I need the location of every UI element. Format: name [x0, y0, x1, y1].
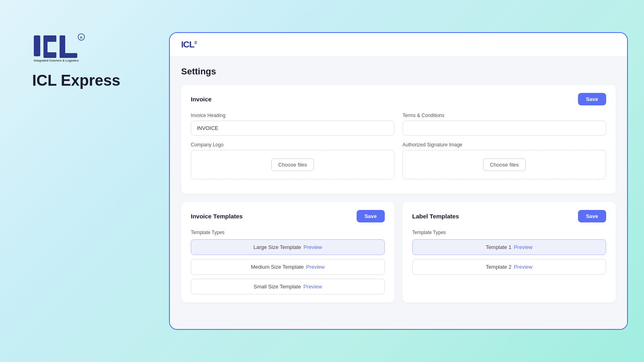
terms-input[interactable]	[402, 121, 606, 136]
invoice-template-small-name: Small Size Template	[254, 284, 301, 290]
invoice-heading-group: Invoice Heading	[191, 113, 394, 136]
terms-group: Terms & Conditions	[402, 113, 606, 136]
company-logo-upload-area: Choose files	[191, 150, 394, 179]
invoice-form-row-1: Invoice Heading Terms & Conditions	[191, 113, 606, 136]
panel-logo: ICL®	[181, 39, 616, 50]
invoice-templates-title: Invoice Templates	[191, 213, 243, 220]
company-logo-label: Company Logo	[191, 142, 394, 148]
label-template-1[interactable]: Template 1 Preview	[412, 239, 606, 255]
invoice-heading-input[interactable]	[191, 121, 394, 136]
auth-signature-label: Authorized Signature Image	[402, 142, 606, 148]
invoice-section-title: Invoice	[191, 96, 212, 103]
invoice-template-medium-name: Medium Size Template	[251, 264, 303, 270]
invoice-template-small[interactable]: Small Size Template Preview	[191, 279, 385, 294]
label-templates-header: Label Templates Save	[412, 210, 606, 222]
invoice-template-large[interactable]: Large Size Template Preview	[191, 239, 385, 255]
label-template-2-preview-link[interactable]: Preview	[514, 264, 533, 270]
svg-rect-3	[60, 53, 77, 58]
invoice-save-button[interactable]: Save	[578, 93, 606, 105]
invoice-form-row-2: Company Logo Choose files Authorized Sig…	[191, 142, 606, 179]
label-template-1-preview-link[interactable]: Preview	[514, 244, 533, 250]
auth-signature-group: Authorized Signature Image Choose files	[402, 142, 606, 179]
svg-rect-1	[34, 35, 40, 56]
label-templates-section: Label Templates Save Template Types Temp…	[402, 202, 616, 302]
terms-label: Terms & Conditions	[402, 113, 606, 118]
settings-title: Settings	[181, 66, 616, 77]
auth-signature-upload-area: Choose files	[402, 150, 606, 179]
invoice-template-types-label: Template Types	[191, 230, 385, 235]
label-template-types-label: Template Types	[412, 230, 606, 235]
svg-text:Integrated Couriers & Logistic: Integrated Couriers & Logistics	[34, 59, 79, 62]
invoice-section: Invoice Save Invoice Heading Terms & Con…	[181, 85, 616, 194]
invoice-template-small-preview-link[interactable]: Preview	[303, 284, 322, 290]
invoice-template-large-name: Large Size Template	[254, 244, 301, 250]
company-logo-choose-files-button[interactable]: Choose files	[271, 158, 314, 171]
svg-text:R: R	[80, 36, 83, 39]
invoice-section-header: Invoice Save	[191, 93, 606, 105]
invoice-template-medium[interactable]: Medium Size Template Preview	[191, 259, 385, 275]
panel-logo-text: ICL	[181, 39, 194, 49]
panel-header: ICL®	[170, 33, 627, 57]
invoice-templates-header: Invoice Templates Save	[191, 210, 385, 222]
label-templates-save-button[interactable]: Save	[578, 210, 606, 222]
settings-content: Settings Invoice Save Invoice Heading Te…	[170, 57, 627, 329]
bottom-row: Invoice Templates Save Template Types La…	[181, 202, 616, 302]
label-template-2-name: Template 2	[486, 264, 512, 270]
panel-logo-dot: ®	[194, 41, 196, 45]
main-panel: ICL® Settings Invoice Save Invoice Headi…	[169, 32, 628, 330]
label-templates-title: Label Templates	[412, 213, 459, 220]
invoice-heading-label: Invoice Heading	[191, 113, 394, 118]
label-template-1-name: Template 1	[486, 244, 512, 250]
auth-signature-choose-files-button[interactable]: Choose files	[483, 158, 526, 171]
left-branding: R Integrated Couriers & Logistics ICL Ex…	[32, 32, 120, 89]
company-logo-group: Company Logo Choose files	[191, 142, 394, 179]
invoice-template-medium-preview-link[interactable]: Preview	[306, 264, 325, 270]
brand-name: ICL Express	[32, 72, 120, 89]
invoice-templates-section: Invoice Templates Save Template Types La…	[181, 202, 394, 302]
logo-container: R Integrated Couriers & Logistics	[32, 32, 120, 62]
label-template-2[interactable]: Template 2 Preview	[412, 259, 606, 275]
icl-logo-svg: R Integrated Couriers & Logistics	[32, 32, 89, 62]
invoice-template-large-preview-link[interactable]: Preview	[303, 244, 322, 250]
invoice-templates-save-button[interactable]: Save	[357, 210, 385, 222]
